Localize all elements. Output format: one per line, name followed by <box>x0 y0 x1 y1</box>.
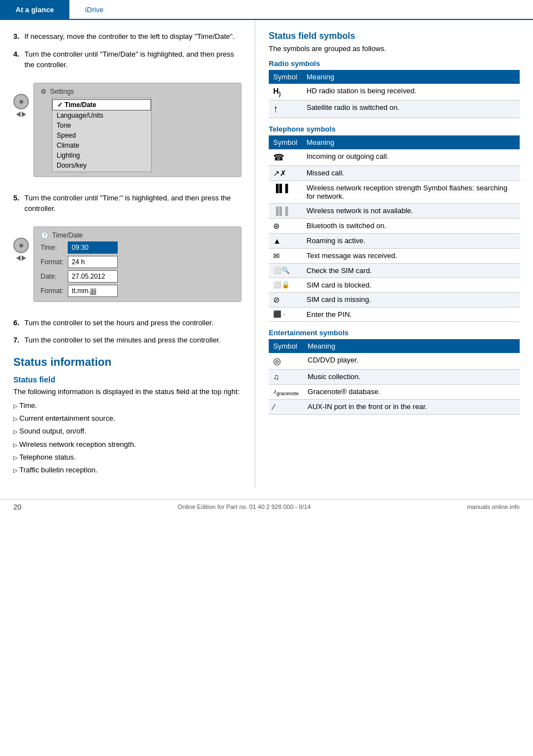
screenshot-title-timedate: 🕐 Time/Date <box>41 231 234 239</box>
step-6: 6. Turn the controller to set the hours … <box>13 317 242 329</box>
form-labels: Time: Format: Date: Format: <box>41 241 63 297</box>
controller-circle-2: ◉ <box>13 238 29 253</box>
screenshot-settings: ◉ ⚙ Settings ✓ Time/Date Language/Units … <box>13 77 242 185</box>
menu-item-language: Language/Units <box>52 110 151 120</box>
list-item-entertainment: Current entertainment source. <box>13 412 242 425</box>
step-3: 3. If necessary, move the controller to … <box>13 31 242 42</box>
label-format1: Format: <box>41 256 63 268</box>
controller-arrows-2 <box>16 255 26 261</box>
symbol-phone: ☎ <box>269 149 302 166</box>
meaning-pin: Enter the PIN. <box>302 307 520 321</box>
table-row: ◎ CD/DVD player. <box>269 353 520 370</box>
symbol-satellite: ↑ <box>269 100 302 118</box>
step-4-text: Turn the controller until "Time/Date" is… <box>24 49 242 70</box>
symbol-roaming: ▲ <box>269 233 302 248</box>
tel-col-meaning: Meaning <box>302 135 520 149</box>
symbol-music: ♫ <box>269 369 303 384</box>
menu-item-tone: Tone <box>52 120 151 130</box>
label-time: Time: <box>41 241 63 254</box>
time-icon: 🕐 <box>41 231 49 239</box>
meaning-bluetooth: Bluetooth is switched on. <box>302 218 520 233</box>
menu-item-time-date: ✓ Time/Date <box>52 99 151 110</box>
meaning-signal-strong: Wireless network reception strength Symb… <box>302 180 520 203</box>
symbol-hd: H) <box>269 84 302 100</box>
left-column: 3. If necessary, move the controller to … <box>0 20 255 488</box>
symbol-sim-check: ⬜🔍 <box>269 263 302 278</box>
menu-item-doors: Doors/key <box>52 160 151 170</box>
arrow-left-icon-2 <box>16 255 21 261</box>
symbol-sim-missing: ⊘ <box>269 292 302 307</box>
tel-col-symbol: Symbol <box>269 135 302 149</box>
step-7-num: 7. <box>13 335 24 346</box>
symbol-signal-none: ▐▌▌ <box>269 203 302 218</box>
table-row: ⬛ · Enter the PIN. <box>269 307 520 321</box>
table-row: ⬜🔍 Check the SIM card. <box>269 263 520 278</box>
menu-item-climate: Climate <box>52 140 151 150</box>
main-content: 3. If necessary, move the controller to … <box>0 20 533 488</box>
table-row: ♪gracenote Gracenote® database. <box>269 384 520 399</box>
table-row: ↗✗ Missed call. <box>269 165 520 180</box>
symbols-intro: The symbols are grouped as follows. <box>269 44 520 53</box>
meaning-signal-none: Wireless network is not available. <box>302 203 520 218</box>
controller-left-2: ◉ <box>13 221 29 261</box>
meaning-sim-check: Check the SIM card. <box>302 263 520 278</box>
symbol-sim-blocked: ⬜🔒 <box>269 278 302 292</box>
status-field-intro: The following information is displayed i… <box>13 387 242 396</box>
step-3-text: If necessary, move the controller to the… <box>24 31 242 42</box>
footer-note: Online Edition for Part no. 01 40 2 928 … <box>178 503 311 510</box>
controller-arrows <box>16 112 26 117</box>
arrow-right-icon-2 <box>22 255 26 261</box>
entertainment-symbols-table: Symbol Meaning ◎ CD/DVD player. ♫ Music … <box>269 339 520 415</box>
table-row: ↑ Satellite radio is switched on. <box>269 100 520 118</box>
step-5: 5. Turn the controller until "Time:" is … <box>13 193 242 214</box>
tab-at-a-glance[interactable]: At a glance <box>0 0 69 19</box>
list-item-time: Time. <box>13 399 242 412</box>
step-4: 4. Turn the controller until "Time/Date"… <box>13 49 242 70</box>
entertainment-symbols-heading: Entertainment symbols <box>269 329 520 337</box>
step-6-num: 6. <box>13 317 24 329</box>
right-column: Status field symbols The symbols are gro… <box>255 20 533 488</box>
status-info-heading: Status information <box>13 356 242 369</box>
footer-brand: manuals online.info <box>467 503 520 510</box>
value-format1: 24 h <box>68 256 118 268</box>
status-field-symbols-heading: Status field symbols <box>269 31 520 41</box>
value-date: 27.05.2012 <box>68 270 118 283</box>
step-5-num: 5. <box>13 193 24 214</box>
table-row: ⊛ Bluetooth is switched on. <box>269 218 520 233</box>
table-row: ♫ Music collection. <box>269 369 520 384</box>
telephone-symbols-heading: Telephone symbols <box>269 125 520 133</box>
screenshot-timedate: ◉ 🕐 Time/Date Time: Format: Date: Forma <box>13 221 242 310</box>
page-number: 20 <box>13 503 21 511</box>
menu-item-speed: Speed <box>52 130 151 140</box>
table-row: ▲ Roaming is active. <box>269 233 520 248</box>
table-row: ⊘ SIM card is missing. <box>269 292 520 307</box>
symbol-missed: ↗✗ <box>269 165 302 180</box>
meaning-sim-blocked: SIM card is blocked. <box>302 278 520 292</box>
tab-idrive[interactable]: iDrive <box>69 0 119 19</box>
meaning-aux: AUX-IN port in the front or in the rear. <box>303 400 520 415</box>
top-nav: At a glance iDrive <box>0 0 533 20</box>
list-item-telephone: Telephone status. <box>13 451 242 463</box>
list-item-traffic: Traffic bulletin reception. <box>13 463 242 476</box>
symbol-signal-strong: ▐▌▌ <box>269 180 302 203</box>
symbol-aux: ∕ <box>269 400 303 415</box>
symbol-bluetooth: ⊛ <box>269 218 302 233</box>
step-4-num: 4. <box>13 49 24 70</box>
controller-circle: ◉ <box>13 94 29 109</box>
screenshot-box-settings: ⚙ Settings ✓ Time/Date Language/Units To… <box>33 83 242 177</box>
table-row: ✉ Text message was received. <box>269 248 520 263</box>
form-values: 09:30 24 h 27.05.2012 tt.mm.jjjj <box>68 241 118 297</box>
table-row: ▐▌▌ Wireless network reception strength … <box>269 180 520 203</box>
status-field-subheading: Status field <box>13 375 242 384</box>
radio-col-meaning: Meaning <box>302 70 520 84</box>
meaning-sim-missing: SIM card is missing. <box>302 292 520 307</box>
step-5-text: Turn the controller until "Time:" is hig… <box>24 193 242 214</box>
table-row: ☎ Incoming or outgoing call. <box>269 149 520 166</box>
step-6-text: Turn the controller to set the hours and… <box>24 317 242 329</box>
list-item-sound: Sound output, on/off. <box>13 425 242 437</box>
list-item-wireless: Wireless network reception strength. <box>13 438 242 451</box>
symbol-gracenote: ♪gracenote <box>269 384 303 399</box>
step-7: 7. Turn the controller to set the minute… <box>13 335 242 346</box>
screenshot-box-timedate: 🕐 Time/Date Time: Format: Date: Format: … <box>33 226 242 302</box>
meaning-gracenote: Gracenote® database. <box>303 384 520 399</box>
